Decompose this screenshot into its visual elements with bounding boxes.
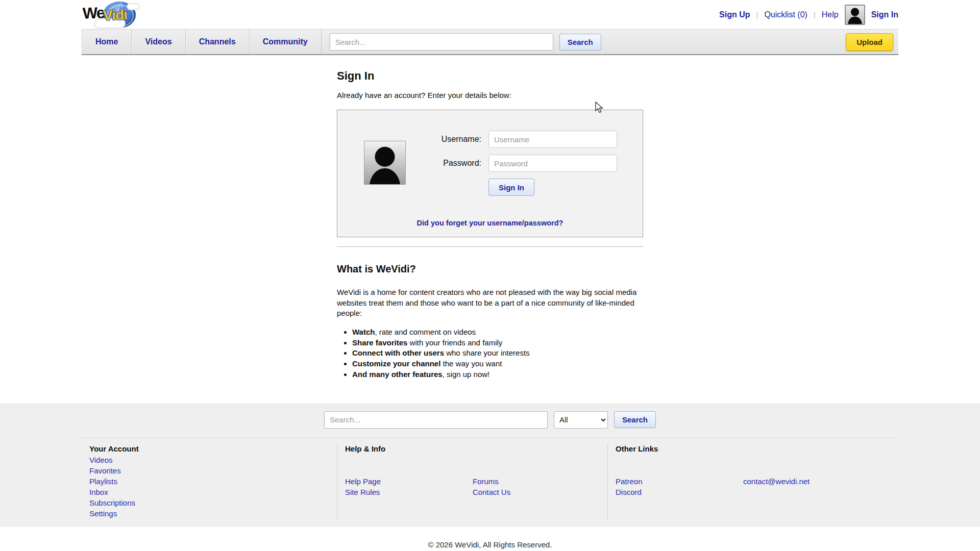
form-avatar — [364, 141, 406, 185]
feature-list: Watch, rate and comment on videos Share … — [337, 327, 643, 380]
footer-contact-email[interactable]: contact@wevidi.net — [743, 476, 871, 487]
sign-in-button[interactable]: Sign In — [488, 179, 534, 196]
header-sign-in-link[interactable]: Sign In — [871, 10, 898, 19]
quicklist-link[interactable]: Quicklist (0) — [764, 10, 807, 19]
footer-search-button[interactable]: Search — [614, 411, 656, 428]
footer-column-help-info: Help & Info Help Page Site Rules Forums … — [337, 444, 607, 519]
footer-column-your-account: Your Account Videos Favorites Playlists … — [82, 444, 337, 519]
logo-cloud-icon — [127, 3, 140, 10]
footer-link-help-page[interactable]: Help Page — [345, 476, 473, 487]
avatar[interactable] — [845, 5, 865, 25]
logo-text-vidi: Vidi — [103, 6, 127, 23]
nav-search-area: Search — [330, 30, 601, 54]
footer-link-videos[interactable]: Videos — [89, 455, 217, 465]
tab-community[interactable]: Community — [250, 30, 322, 54]
footer-link-inbox[interactable]: Inbox — [89, 487, 217, 497]
footer-heading: Your Account — [89, 444, 337, 453]
footer-filter-select[interactable]: All — [554, 411, 608, 429]
wevidi-logo[interactable]: We Vidi — [83, 1, 140, 29]
footer-link-contact-us[interactable]: Contact Us — [473, 487, 600, 497]
list-item: Customize your channel the way you want — [352, 359, 643, 369]
sign-up-link[interactable]: Sign Up — [719, 10, 750, 19]
footer-search-input[interactable] — [324, 411, 548, 429]
footer-link-playlists[interactable]: Playlists — [89, 476, 217, 487]
footer-link-subscriptions[interactable]: Subscriptions — [89, 497, 217, 508]
footer-link-settings[interactable]: Settings — [89, 508, 217, 519]
footer-heading: Other Links — [616, 444, 898, 474]
footer-link-patreon[interactable]: Patreon — [616, 476, 743, 487]
help-link[interactable]: Help — [822, 10, 839, 19]
list-item: And many other features, sign up now! — [352, 369, 643, 380]
footer-link-forums[interactable]: Forums — [473, 476, 600, 487]
forgot-password-link[interactable]: Did you forget your username/password? — [337, 219, 643, 227]
footer-link-favorites[interactable]: Favorites — [89, 465, 217, 476]
list-item: Watch, rate and comment on videos — [352, 327, 643, 338]
username-label: Username: — [420, 135, 481, 144]
upload-button[interactable]: Upload — [846, 33, 893, 51]
sign-in-form: Username: Password: Sign In Did you forg… — [337, 110, 643, 237]
footer: All Search Your Account Videos Favorites… — [0, 404, 980, 527]
list-item: Connect with other users who share your … — [352, 348, 643, 359]
signin-subtitle: Already have an account? Enter your deta… — [337, 91, 643, 99]
nav-bar: Home Videos Channels Community Search Up… — [82, 29, 898, 55]
tab-videos[interactable]: Videos — [132, 30, 185, 54]
copyright-text: © 2026 WeVidi, All Rights Reserved. — [0, 540, 980, 549]
logo-text-we: We — [82, 4, 104, 22]
separator: | — [756, 10, 758, 19]
about-title: What is WeVidi? — [337, 263, 643, 275]
username-field[interactable] — [488, 131, 617, 148]
tab-home[interactable]: Home — [82, 30, 132, 54]
search-button[interactable]: Search — [559, 34, 601, 51]
main-content: Sign In Already have an account? Enter y… — [337, 69, 643, 380]
list-item: Share favorites with your friends and fa… — [352, 338, 643, 348]
footer-search-area: All Search — [0, 404, 980, 434]
person-silhouette-icon — [846, 6, 864, 24]
footer-column-other-links: Other Links Patreon Discord contact@wevi… — [607, 444, 898, 519]
person-silhouette-icon — [364, 141, 405, 184]
tab-channels[interactable]: Channels — [186, 30, 250, 54]
search-input[interactable] — [330, 33, 553, 51]
password-field[interactable] — [488, 155, 617, 172]
footer-heading: Help & Info — [345, 444, 607, 474]
footer-link-discord[interactable]: Discord — [616, 487, 743, 497]
divider — [337, 246, 643, 247]
footer-link-site-rules[interactable]: Site Rules — [345, 487, 473, 497]
footer-links: Your Account Videos Favorites Playlists … — [82, 438, 898, 527]
separator: | — [814, 10, 816, 19]
password-label: Password: — [420, 159, 481, 168]
page-title: Sign In — [337, 69, 643, 83]
header-links: Sign Up | Quicklist (0) | Help Sign In — [719, 5, 898, 25]
site-header: We Vidi Sign Up | Quicklist (0) | Help S… — [82, 0, 898, 29]
about-paragraph: WeVidi is a home for content creators wh… — [337, 287, 643, 319]
